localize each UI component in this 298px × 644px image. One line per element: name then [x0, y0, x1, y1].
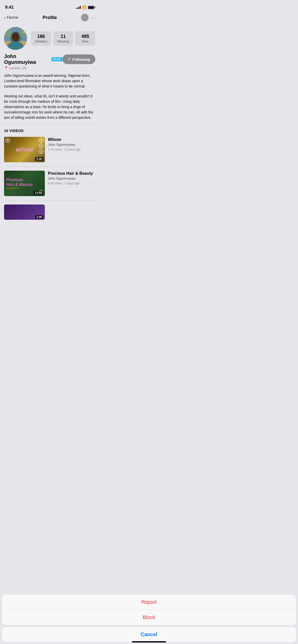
video-meta-row-precious: 4.0k views · 5 days ago ··· — [48, 181, 95, 186]
video-meta-row-wilson: 1.7k views · 5 years ago ··· — [48, 147, 95, 152]
user-name: John Ogunmuyiwa — [4, 53, 49, 65]
nav-bar: ‹ Home Profile ··· — [0, 11, 99, 24]
video-meta-wilson: 1.7k views · 5 years ago — [48, 148, 81, 151]
video-menu-button-precious[interactable]: ··· — [90, 181, 95, 186]
thumbnail-text-precious-detail: BIFA BAFTA — [6, 187, 19, 189]
more-options-icon[interactable]: ··· — [90, 15, 95, 21]
video-title-wilson: Wilson — [48, 137, 95, 142]
back-button[interactable]: ‹ Home — [4, 15, 18, 21]
status-icons: 📶 — [76, 6, 94, 9]
video-creator-precious: John Ogunmuyiwa — [48, 177, 95, 180]
video-item-precious[interactable]: ◎ Precious Hair & Beauty BIFA BAFTA 13:5… — [4, 171, 95, 200]
likes-stat[interactable]: 495 likes — [75, 31, 95, 46]
video-duration-wilson: 3:26 — [35, 157, 43, 161]
profile-section: 186 followers 11 following 495 likes Joh… — [0, 24, 99, 124]
page-title: Profile — [43, 15, 57, 20]
award-badge-2: ◎ — [39, 143, 44, 149]
signal-icon — [76, 6, 81, 9]
video-thumbnail-wilson[interactable]: 🏆 ★ ◎ ▲ wilson 3:26 — [4, 137, 45, 162]
location-text: London, UK — [9, 66, 27, 70]
nav-avatar — [81, 14, 89, 21]
profile-top: 186 followers 11 following 495 likes — [4, 27, 95, 50]
video-thumbnail-third[interactable]: 1:00 — [4, 204, 45, 220]
video-info-wilson: Wilson John Ogunmuyiwa 1.7k views · 5 ye… — [48, 137, 95, 162]
video-meta-precious: 4.0k views · 5 days ago — [48, 182, 80, 185]
following-button[interactable]: ✓ Following — [62, 54, 95, 64]
user-name-area: John Ogunmuyiwa PLUS — [4, 53, 62, 65]
status-time: 9:41 — [5, 5, 14, 10]
status-bar: 9:41 📶 — [0, 0, 99, 11]
likes-count: 495 — [77, 34, 93, 39]
video-creator-wilson: John Ogunmuyiwa — [48, 143, 95, 147]
following-label: Following — [72, 57, 90, 62]
svg-point-5 — [12, 32, 19, 41]
svg-point-6 — [14, 36, 15, 37]
battery-icon — [88, 6, 94, 9]
video-duration-third: 1:00 — [35, 215, 43, 219]
video-item-third[interactable]: 1:00 — [4, 204, 95, 220]
followers-label: followers — [33, 40, 49, 43]
back-label: Home — [7, 15, 18, 20]
avatar — [4, 27, 27, 50]
bio-paragraph-1: John Ogunmuyiwa is an award-winning, Nig… — [4, 73, 95, 89]
followers-stat[interactable]: 186 followers — [31, 31, 51, 46]
video-item[interactable]: 🏆 ★ ◎ ▲ wilson 3:26 Wilson John Ogunmuyi… — [4, 137, 95, 166]
video-title-precious: Precious Hair & Beauty — [48, 171, 95, 176]
following-count: 11 — [55, 34, 71, 39]
svg-rect-10 — [19, 27, 27, 37]
video-thumbnail-precious[interactable]: ◎ Precious Hair & Beauty BIFA BAFTA 13:5… — [4, 171, 45, 196]
wifi-icon: 📶 — [82, 6, 86, 9]
svg-point-7 — [16, 36, 17, 37]
award-badge-left: 🏆 — [5, 138, 10, 143]
location-icon: 📍 — [4, 66, 8, 70]
thumbnail-text-precious-main: Precious — [6, 177, 23, 182]
followers-count: 186 — [33, 34, 49, 39]
nav-options: ··· — [81, 14, 95, 21]
user-info-row: John Ogunmuyiwa PLUS ✓ Following — [4, 53, 95, 65]
video-menu-button-wilson[interactable]: ··· — [90, 147, 95, 152]
following-label: following — [55, 40, 71, 43]
thumbnail-text-wilson: wilson — [16, 146, 33, 153]
video-info-precious: Precious Hair & Beauty John Ogunmuyiwa 4… — [48, 171, 95, 196]
award-badges: ★ ◎ ▲ — [39, 138, 44, 154]
following-stat[interactable]: 11 following — [53, 31, 73, 46]
video-duration-precious: 13:55 — [34, 191, 43, 195]
svg-rect-9 — [4, 27, 12, 37]
location-row: 📍 London, UK — [4, 66, 95, 70]
videos-header: 10 VIDEOS — [4, 129, 95, 133]
videos-section: 10 VIDEOS 🏆 ★ ◎ ▲ wilson 3:26 Wilson Joh… — [0, 125, 99, 220]
stats-row: 186 followers 11 following 495 likes — [31, 31, 95, 46]
award-badge-3: ▲ — [39, 149, 44, 154]
chevron-left-icon: ‹ — [4, 15, 6, 21]
thumbnail-text-precious-sub: Hair & Beauty — [6, 182, 33, 187]
checkmark-icon: ✓ — [67, 57, 71, 62]
likes-label: likes — [77, 40, 93, 43]
award-badge-1: ★ — [39, 138, 44, 143]
video-divider-2 — [4, 200, 95, 200]
avatar-image — [4, 27, 27, 50]
plus-badge: PLUS — [51, 57, 62, 61]
bio-paragraph-2: Working out ideas, what ifs, isn't it we… — [4, 94, 95, 120]
video-divider-1 — [4, 166, 95, 167]
